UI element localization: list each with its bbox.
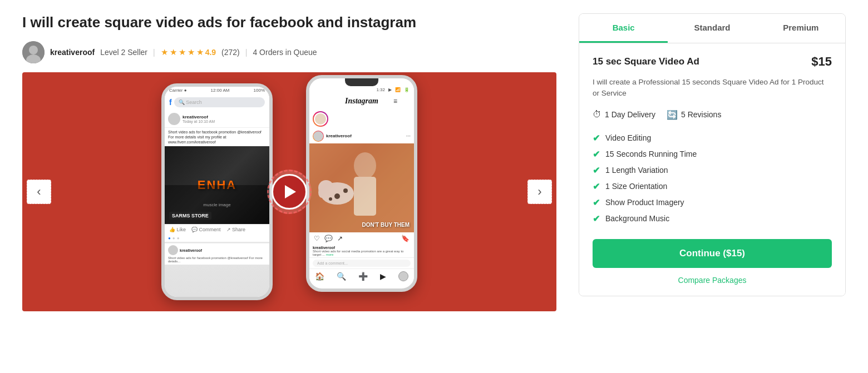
feature-label-1: Video Editing — [605, 133, 651, 142]
orders-queue: 4 Orders in Queue — [253, 48, 317, 57]
check-icon-6: ✔ — [593, 213, 600, 224]
fb-header: f 🔍 Search — [165, 94, 269, 111]
feature-running-time: ✔ 15 Seconds Running Time — [593, 146, 832, 162]
svg-point-11 — [329, 197, 332, 201]
phone-right: 1:32 ▶ 📶 🔋 Instagram ≡ — [306, 75, 417, 292]
svg-point-1 — [29, 46, 38, 54]
rating-number: 4.9 — [205, 48, 216, 57]
feature-length-variation: ✔ 1 Length Variation — [593, 162, 832, 178]
gig-title: I will create square video ads for faceb… — [22, 13, 556, 32]
image-slider: Carrier ● 12:00 AM 100% f 🔍 Search — [22, 72, 556, 311]
share-icon: ↗ — [337, 235, 343, 242]
feature-product-imagery: ✔ Show Product Imagery — [593, 195, 832, 211]
tab-premium[interactable]: Premium — [757, 14, 845, 43]
comment-btn: 💬 Comment — [191, 227, 221, 232]
package-description: I will create a Professional 15 seconds … — [593, 77, 832, 100]
tab-basic[interactable]: Basic — [579, 14, 668, 43]
fb-ad-image: ENHA muscle image SARMS STORE — [165, 146, 269, 224]
next-arrow[interactable]: › — [527, 180, 552, 204]
left-section: I will create square video ads for faceb… — [22, 13, 579, 311]
play-button-inner[interactable] — [272, 174, 307, 210]
check-icon-2: ✔ — [593, 149, 600, 160]
refresh-icon: 🔄 — [667, 110, 678, 120]
phone-notch — [345, 78, 378, 86]
comment-icon: 💬 — [324, 235, 333, 242]
svg-point-8 — [318, 187, 325, 198]
star-2: ★ — [170, 47, 177, 57]
star-3: ★ — [179, 47, 186, 57]
left-chevron-icon: ‹ — [37, 186, 41, 198]
svg-rect-5 — [354, 177, 376, 216]
status-bar-left: Carrier ● 12:00 AM 100% — [165, 87, 269, 94]
delivery-label: 1 Day Delivery — [605, 110, 655, 119]
check-icon-5: ✔ — [593, 197, 600, 208]
feature-background-music: ✔ Background Music — [593, 211, 832, 227]
fb-screen: f 🔍 Search kreativeroof Today at — [165, 94, 269, 300]
feature-size-orientation: ✔ 1 Size Orientation — [593, 178, 832, 195]
feature-label-3: 1 Length Variation — [605, 166, 668, 175]
package-title-row: 15 sec Square Video Ad $15 — [593, 54, 832, 69]
package-panel: Basic Standard Premium 15 sec Square Vid… — [579, 13, 846, 296]
status-bar-right: 1:32 ▶ 📶 🔋 — [309, 86, 414, 93]
review-count: (272) — [221, 48, 240, 57]
continue-button[interactable]: Continue ($15) — [593, 239, 832, 268]
revisions-meta: 🔄 5 Revisions — [667, 110, 721, 120]
star-4: ★ — [188, 47, 195, 57]
star-1: ★ — [161, 47, 168, 57]
delivery-meta: ⏱ 1 Day Delivery — [593, 110, 655, 120]
svg-point-9 — [334, 193, 340, 199]
package-price: $15 — [811, 54, 832, 69]
package-body: 15 sec Square Video Ad $15 I will create… — [579, 43, 845, 296]
phone-left: Carrier ● 12:00 AM 100% f 🔍 Search — [161, 83, 273, 300]
check-icon-1: ✔ — [593, 133, 600, 143]
clock-icon: ⏱ — [593, 110, 601, 120]
check-icon-3: ✔ — [593, 165, 600, 176]
feature-label-4: 1 Size Orientation — [605, 182, 667, 191]
features-list: ✔ Video Editing ✔ 15 Seconds Running Tim… — [593, 130, 832, 227]
sarms-badge: SARMS STORE — [169, 212, 211, 220]
separator2: | — [245, 48, 248, 57]
check-icon-4: ✔ — [593, 181, 600, 192]
tab-standard[interactable]: Standard — [668, 14, 756, 43]
compare-packages-link[interactable]: Compare Packages — [593, 276, 832, 285]
package-title: 15 sec Square Video Ad — [593, 56, 699, 67]
ig-logo: Instagram — [345, 97, 378, 106]
revisions-label: 5 Revisions — [681, 110, 721, 119]
heart-icon: ♡ — [314, 235, 320, 242]
separator: | — [153, 48, 155, 57]
dont-buy-text: DON'T BUY THEM — [362, 222, 410, 228]
seller-name[interactable]: kreativeroof — [50, 48, 95, 57]
fb-logo: f — [169, 98, 172, 107]
package-tabs: Basic Standard Premium — [579, 14, 845, 43]
package-meta: ⏱ 1 Day Delivery 🔄 5 Revisions — [593, 110, 832, 120]
ig-header: Instagram ≡ — [309, 93, 414, 109]
fb-actions: 👍 Like 💬 Comment ↗ Share — [165, 224, 269, 235]
ig-actions: ♡ 💬 ↗ 🔖 — [309, 232, 414, 245]
play-triangle — [285, 185, 296, 198]
play-button-overlay[interactable] — [267, 170, 312, 214]
seller-info: kreativeroof Level 2 Seller | ★ ★ ★ ★ ★ … — [22, 41, 556, 63]
star-5: ★ — [196, 47, 204, 57]
svg-point-4 — [354, 152, 376, 179]
feature-label-5: Show Product Imagery — [605, 198, 684, 207]
prev-arrow[interactable]: ‹ — [27, 180, 51, 204]
rating-stars: ★ ★ ★ ★ ★ 4.9 — [161, 47, 216, 57]
seller-level: Level 2 Seller — [100, 48, 147, 57]
feature-label-2: 15 Seconds Running Time — [605, 150, 697, 158]
feature-video-editing: ✔ Video Editing — [593, 130, 832, 146]
avatar — [22, 41, 45, 63]
feature-label-6: Background Music — [605, 214, 669, 223]
like-btn: 👍 Like — [169, 227, 186, 232]
share-btn: ↗ Share — [226, 227, 246, 232]
ig-post-image: DON'T BUY THEM — [309, 143, 414, 232]
svg-point-10 — [343, 188, 348, 193]
right-chevron-icon: › — [537, 186, 541, 198]
bookmark-icon: 🔖 — [401, 235, 410, 242]
